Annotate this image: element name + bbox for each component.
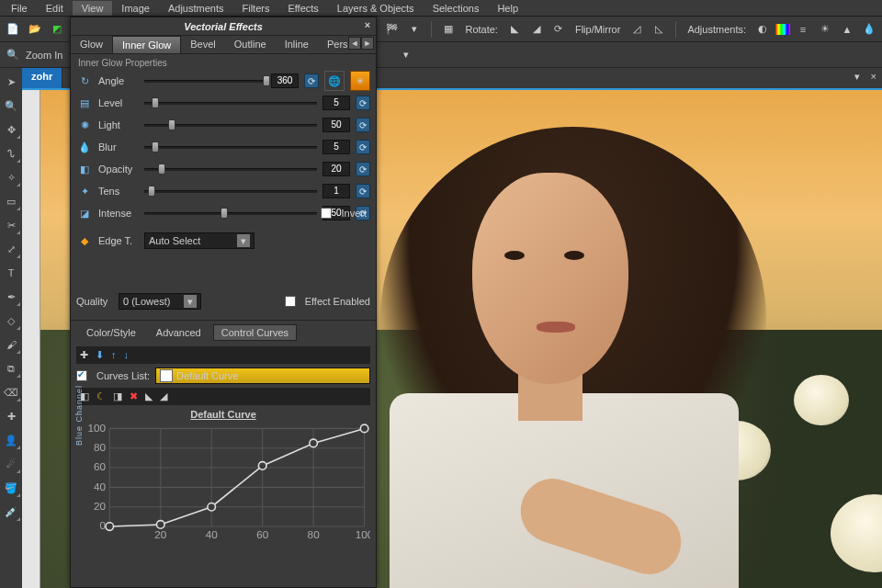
menu-selections[interactable]: Selections — [424, 1, 489, 16]
app-icon[interactable]: ◩ — [48, 20, 66, 39]
angle-value[interactable]: 360 — [271, 74, 299, 88]
curve-color-swatch[interactable] — [160, 369, 173, 382]
text-tool[interactable]: T — [3, 265, 19, 281]
tab-close-icon[interactable]: × — [865, 68, 882, 88]
angle-reset-button[interactable]: ⟳ — [304, 74, 319, 88]
effect-enabled-checkbox[interactable] — [285, 296, 296, 307]
curve-op3-icon[interactable]: ◨ — [113, 390, 122, 402]
flip-v-icon[interactable]: ◺ — [650, 20, 668, 39]
menu-image[interactable]: Image — [112, 1, 159, 16]
effect-tab-glow[interactable]: Glow — [71, 36, 112, 53]
rotate-free-icon[interactable]: ⟳ — [549, 20, 568, 39]
menu-effects[interactable]: Effects — [278, 1, 327, 16]
edge-select[interactable]: Auto Select ▾ — [144, 232, 254, 249]
new-doc-icon[interactable]: 📄 — [4, 20, 22, 39]
pointer-tool[interactable]: ➤ — [3, 74, 19, 90]
swatch-icon[interactable]: 🏁 — [383, 20, 401, 39]
marquee-tool[interactable]: ▭ — [3, 193, 19, 209]
menu-view[interactable]: View — [73, 1, 113, 16]
curve-entry[interactable]: Default Curve — [155, 368, 370, 384]
move-down-icon[interactable]: ↓ — [124, 349, 130, 361]
eyedropper-tool[interactable]: 💉 — [3, 503, 19, 520]
menu-filters[interactable]: Filters — [232, 1, 278, 16]
light-reset-button[interactable]: ⟳ — [356, 118, 370, 132]
add-curve-icon[interactable]: ✚ — [80, 349, 88, 361]
angle-sun-icon[interactable]: ☀ — [350, 71, 370, 91]
heal-tool[interactable]: ✚ — [3, 408, 19, 424]
zoom-tool-icon[interactable]: 🔍 — [4, 46, 22, 64]
curve-op2-icon[interactable]: ☾ — [96, 390, 106, 402]
invert-icon[interactable]: ▲ — [838, 20, 856, 39]
brightness-icon[interactable]: ☀ — [816, 20, 834, 39]
menu-help[interactable]: Help — [488, 1, 527, 16]
grid-icon[interactable]: ▦ — [439, 20, 458, 39]
fill-dropdown-icon[interactable]: ▾ — [397, 46, 415, 64]
tab-menu-icon[interactable]: ▾ — [849, 68, 865, 88]
hue-icon[interactable] — [775, 24, 790, 35]
tens-slider[interactable] — [144, 185, 317, 198]
panel-title-bar[interactable]: Vectorial Effects × — [71, 17, 376, 36]
move-up-icon[interactable]: ↑ — [111, 349, 117, 361]
effect-tab-outline[interactable]: Outline — [225, 36, 276, 53]
quality-select[interactable]: 0 (Lowest) ▾ — [119, 293, 201, 310]
smudge-tool[interactable]: ☄ — [3, 456, 19, 472]
tens-reset-button[interactable]: ⟳ — [356, 184, 370, 198]
invert-checkbox[interactable] — [321, 208, 332, 219]
opacity-slider[interactable] — [144, 163, 317, 175]
curve-flip-v-icon[interactable]: ◢ — [160, 390, 167, 402]
blur-value[interactable]: 5 — [322, 140, 350, 154]
effect-tab-inner-glow[interactable]: Inner Glow — [112, 36, 181, 53]
curve-graph[interactable]: Default Curve Blue Channel 0204060801002… — [76, 409, 370, 556]
menu-file[interactable]: File — [2, 1, 37, 16]
tens-value[interactable]: 1 — [322, 184, 350, 198]
transform-tool[interactable]: ⤢ — [3, 241, 19, 257]
angle-globe-icon[interactable]: 🌐 — [324, 71, 345, 91]
document-tab[interactable]: zohr — [22, 68, 62, 88]
open-icon[interactable]: 📂 — [26, 20, 44, 39]
tabs-prev-icon[interactable]: ◄ — [348, 37, 361, 50]
brush-tool[interactable]: 🖌 — [3, 336, 19, 353]
levels-icon[interactable]: ≡ — [794, 20, 812, 39]
bucket-tool[interactable]: 🪣 — [3, 480, 19, 496]
effect-tab-bevel[interactable]: Bevel — [181, 36, 225, 53]
angle-slider[interactable] — [144, 74, 266, 87]
level-reset-button[interactable]: ⟳ — [356, 96, 370, 110]
move-tool[interactable]: ✥ — [3, 121, 19, 138]
intense-slider[interactable] — [144, 207, 317, 220]
contrast-icon[interactable]: ◐ — [753, 20, 772, 39]
curve-flip-h-icon[interactable]: ◣ — [145, 390, 153, 402]
lasso-tool[interactable]: ᔐ — [3, 145, 19, 162]
opacity-reset-button[interactable]: ⟳ — [356, 162, 370, 176]
flip-h-icon[interactable]: ◿ — [628, 20, 646, 39]
subtab-color-style[interactable]: Color/Style — [78, 324, 144, 341]
pen-tool[interactable]: ✒ — [3, 288, 19, 305]
curves-list-checkbox[interactable] — [76, 370, 87, 381]
droplet-icon[interactable]: 💧 — [860, 20, 878, 39]
eraser-tool[interactable]: ⌫ — [3, 384, 19, 401]
clone-tool[interactable]: ⧉ — [3, 360, 19, 377]
dodge-tool[interactable]: 👤 — [3, 432, 19, 448]
tabs-next-icon[interactable]: ► — [361, 37, 374, 50]
wand-tool[interactable]: ✧ — [3, 169, 19, 186]
menu-adjustments[interactable]: Adjustments — [159, 1, 233, 16]
shape-tool[interactable]: ◇ — [3, 312, 19, 329]
subtab-advanced[interactable]: Advanced — [148, 324, 209, 341]
light-slider[interactable] — [144, 119, 317, 131]
blur-reset-button[interactable]: ⟳ — [356, 140, 370, 154]
subtab-control-curves[interactable]: Control Curves — [213, 324, 297, 341]
menu-layers-objects[interactable]: Layers & Objects — [328, 1, 424, 16]
blur-slider[interactable] — [144, 141, 317, 153]
delete-curve-icon[interactable]: ✖ — [130, 390, 138, 402]
crop-tool[interactable]: ✂ — [3, 217, 19, 233]
close-icon[interactable]: × — [365, 19, 370, 30]
dropdown-arrow-icon[interactable]: ▾ — [405, 20, 424, 39]
effect-tab-inline[interactable]: Inline — [276, 36, 318, 53]
menu-edit[interactable]: Edit — [37, 1, 73, 16]
rotate-cw-icon[interactable]: ◢ — [527, 20, 546, 39]
opacity-value[interactable]: 20 — [322, 162, 350, 176]
light-value[interactable]: 50 — [322, 118, 350, 132]
level-slider[interactable] — [144, 96, 317, 109]
level-value[interactable]: 5 — [322, 96, 350, 110]
rotate-ccw-icon[interactable]: ◣ — [505, 20, 524, 39]
zoom-tool[interactable]: 🔍 — [3, 97, 19, 114]
